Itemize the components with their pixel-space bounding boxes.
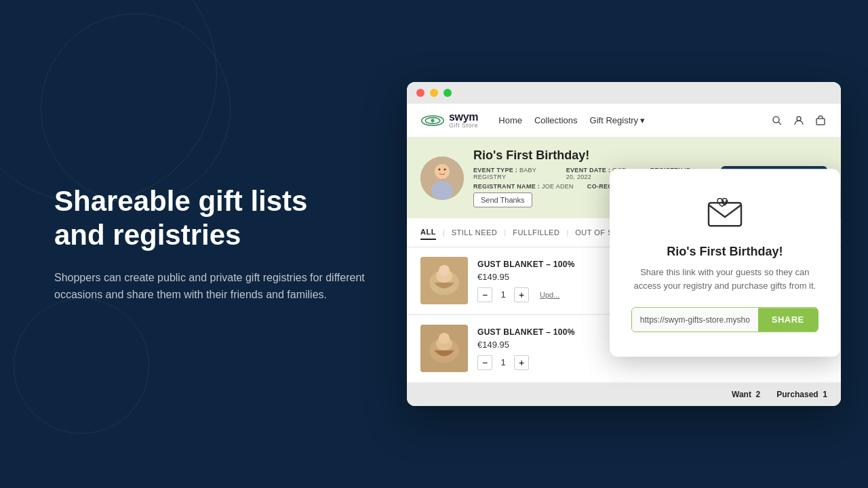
filter-sep-1: | [443,228,445,237]
quantity-control-2: − 1 + [477,355,827,370]
tab-fullfilled[interactable]: FULLFILLED [513,226,559,239]
decrease-qty-1[interactable]: − [477,287,492,302]
svg-point-20 [439,265,450,276]
product-image-2 [420,325,468,372]
svg-point-10 [439,168,441,170]
nav-icons [770,114,827,127]
main-description: Shoppers can create public and private g… [54,269,373,304]
search-icon[interactable] [770,114,784,127]
bg-circle-1 [0,0,217,203]
nav-gift-registry[interactable]: Gift Registry ▾ [590,115,646,125]
nav-collections[interactable]: Collections [534,115,578,125]
tab-still-need[interactable]: STILL NEED [452,226,498,239]
nav-home[interactable]: Home [498,115,522,125]
logo-text: swym Gift Store [449,112,478,129]
navbar: swym Gift Store Home Collections Gift Re… [407,104,841,138]
increase-qty-1[interactable]: + [514,287,529,302]
filter-sep-3: | [566,228,568,237]
decrease-qty-2[interactable]: − [477,355,492,370]
qty-value-1: 1 [498,289,509,300]
browser-window: swym Gift Store Home Collections Gift Re… [407,82,841,406]
swym-logo-icon [420,113,445,128]
modal-share-row: SHARE [631,307,818,332]
account-icon[interactable] [792,114,806,127]
filter-sep-2: | [504,228,506,237]
modal-description: Share this link with your guests so they… [631,266,818,292]
update-btn-1[interactable]: Upd... [540,291,559,299]
baby-avatar [420,157,464,200]
nav-links: Home Collections Gift Registry ▾ [498,115,770,125]
product-img-1-svg [420,257,468,304]
send-thanks-button[interactable]: Send Thanks [473,192,532,207]
svg-line-4 [778,122,781,125]
svg-point-5 [797,117,801,121]
browser-close-dot[interactable] [416,89,425,97]
cart-icon[interactable] [814,114,827,127]
product-image-1 [420,257,468,304]
svg-point-2 [431,119,434,122]
registry-avatar [420,157,464,200]
svg-rect-6 [816,119,825,125]
share-modal: Rio's First Birthday! Share this link wi… [610,169,840,357]
modal-envelope-icon [705,193,745,234]
qty-value-2: 1 [498,357,509,367]
svg-point-24 [439,333,450,344]
main-heading: Shareable gift lists and registries [54,184,373,253]
left-panel: Shareable gift lists and registries Shop… [54,184,373,304]
want-stat: Want 2 [732,390,760,399]
modal-url-input[interactable] [632,308,758,331]
tab-all[interactable]: ALL [420,225,436,240]
logo-area: swym Gift Store [420,112,478,129]
product-img-2-svg [420,325,468,372]
chevron-down-icon: ▾ [640,115,645,125]
svg-point-8 [435,164,450,179]
registry-title: Rio's First Birthday! [473,148,711,163]
browser-chrome [407,82,841,104]
svg-point-9 [431,181,453,200]
modal-title: Rio's First Birthday! [631,245,818,259]
footer-bar: Want 2 Purchased 1 [407,383,841,406]
svg-point-3 [773,117,779,123]
bg-circle-2 [41,14,231,203]
browser-minimize-dot[interactable] [430,89,438,97]
event-type-meta: EVENT TYPE : BABY REGISTRY [473,167,553,180]
modal-share-button[interactable]: SHARE [758,308,818,331]
svg-point-11 [444,168,446,170]
registrant-meta: REGISTRANT NAME : JOE ADEN [473,183,574,190]
increase-qty-2[interactable]: + [514,355,529,370]
browser-maximize-dot[interactable] [443,89,452,97]
bg-circle-3 [14,298,149,434]
purchased-stat: Purchased 1 [776,390,827,399]
